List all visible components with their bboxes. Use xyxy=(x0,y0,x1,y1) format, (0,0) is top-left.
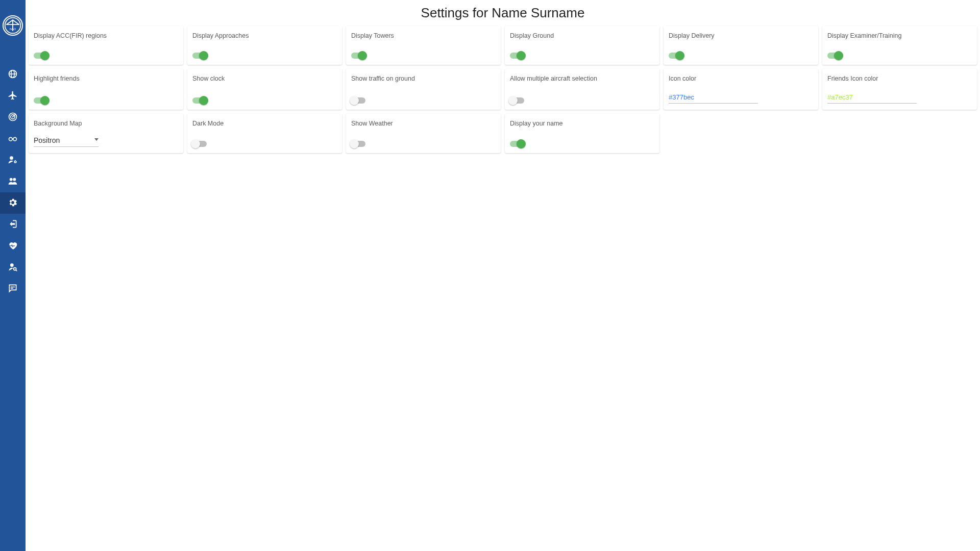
toggle-knob xyxy=(675,51,684,60)
toggle-ground[interactable] xyxy=(510,53,524,59)
radar-icon xyxy=(8,112,18,123)
friends-icon xyxy=(8,176,18,188)
search-user-icon xyxy=(8,262,18,273)
svg-point-9 xyxy=(10,178,13,181)
svg-point-5 xyxy=(9,137,13,141)
svg-point-11 xyxy=(10,263,14,267)
logout-icon xyxy=(8,219,18,231)
card-label: Highlight friends xyxy=(34,75,178,82)
select-value-text: Positron xyxy=(34,136,60,144)
card-label: Background Map xyxy=(34,120,178,127)
input-friend_col[interactable] xyxy=(827,91,917,104)
card-label: Display Ground xyxy=(510,32,654,39)
svg-point-12 xyxy=(14,267,16,270)
page-title: Settings for Name Surname xyxy=(29,5,977,21)
card-label: Show Weather xyxy=(351,120,496,127)
toggle-delivery[interactable] xyxy=(669,53,683,59)
toggle-weather[interactable] xyxy=(351,141,365,147)
nav-search-user[interactable] xyxy=(0,257,26,278)
nav-globe[interactable] xyxy=(0,64,26,85)
card-label: Display Towers xyxy=(351,32,496,39)
card-traffic: Show traffic on ground xyxy=(346,69,501,110)
toggle-multi_sel[interactable] xyxy=(510,97,524,104)
card-label: Dark Mode xyxy=(192,120,337,127)
svg-point-7 xyxy=(10,156,13,160)
main: Settings for Name Surname Display ACC(FI… xyxy=(26,0,980,551)
logo: IVAO xyxy=(3,15,23,36)
toggle-acc_fir[interactable] xyxy=(34,53,48,59)
card-ground: Display Ground xyxy=(505,26,659,65)
card-bg_map: Background MapPositron xyxy=(29,114,183,153)
glasses-icon xyxy=(8,133,18,145)
toggle-clock[interactable] xyxy=(192,97,207,104)
chevron-down-icon xyxy=(94,138,99,141)
card-label: Display ACC(FIR) regions xyxy=(34,32,178,39)
card-label: Allow multiple aircraft selection xyxy=(510,75,654,82)
card-label: Friends Icon color xyxy=(827,75,972,82)
nav-plane[interactable] xyxy=(0,85,26,107)
plane-icon xyxy=(8,90,18,102)
toggle-knob xyxy=(517,51,526,60)
nav-settings[interactable] xyxy=(0,192,26,214)
nav-chat[interactable] xyxy=(0,278,26,299)
toggle-knob xyxy=(199,96,208,105)
toggle-traffic[interactable] xyxy=(351,97,365,104)
nav-user-cog[interactable] xyxy=(0,149,26,171)
card-friend_col: Friends Icon color xyxy=(822,69,977,110)
card-label: Display your name xyxy=(510,120,654,127)
nav-friends[interactable] xyxy=(0,171,26,192)
toggle-appr[interactable] xyxy=(192,53,207,59)
toggle-knob xyxy=(834,51,843,60)
svg-point-10 xyxy=(13,178,16,181)
card-your_name: Display your name xyxy=(505,114,659,153)
user-cog-icon xyxy=(8,155,18,166)
nav-logout[interactable] xyxy=(0,214,26,235)
toggle-knob xyxy=(191,139,200,148)
card-clock: Show clock xyxy=(187,69,342,110)
toggle-dark[interactable] xyxy=(192,141,207,147)
card-label: Icon color xyxy=(669,75,813,82)
svg-point-6 xyxy=(13,137,17,141)
card-label: Display Delivery xyxy=(669,32,813,39)
card-weather: Show Weather xyxy=(346,114,501,153)
sidebar-nav xyxy=(0,64,26,299)
card-examiner: Display Examiner/Training xyxy=(822,26,977,65)
toggle-knob xyxy=(199,51,208,60)
card-acc_fir: Display ACC(FIR) regions xyxy=(29,26,183,65)
card-towers: Display Towers xyxy=(346,26,501,65)
toggle-knob xyxy=(350,96,359,105)
toggle-towers[interactable] xyxy=(351,53,365,59)
card-icon_color: Icon color xyxy=(664,69,818,110)
select-wrap-bg_map: Positron xyxy=(34,136,99,147)
toggle-hl_friends[interactable] xyxy=(34,97,48,104)
card-appr: Display Approaches xyxy=(187,26,342,65)
settings-grid: Display ACC(FIR) regionsDisplay Approach… xyxy=(29,26,977,153)
card-label: Show traffic on ground xyxy=(351,75,496,82)
globe-icon xyxy=(8,69,18,81)
toggle-knob xyxy=(350,139,359,148)
nav-health[interactable] xyxy=(0,235,26,257)
nav-radar[interactable] xyxy=(0,107,26,128)
card-label: Display Examiner/Training xyxy=(827,32,972,39)
nav-glasses[interactable] xyxy=(0,128,26,149)
settings-icon xyxy=(8,197,18,209)
chat-icon xyxy=(8,283,18,295)
toggle-knob xyxy=(358,51,367,60)
toggle-examiner[interactable] xyxy=(827,53,842,59)
toggle-your_name[interactable] xyxy=(510,141,524,147)
toggle-knob xyxy=(40,51,50,60)
card-hl_friends: Highlight friends xyxy=(29,69,183,110)
card-label: Show clock xyxy=(192,75,337,82)
select-bg_map[interactable]: Positron xyxy=(34,136,99,147)
toggle-knob xyxy=(508,96,518,105)
card-multi_sel: Allow multiple aircraft selection xyxy=(505,69,659,110)
toggle-knob xyxy=(40,96,50,105)
input-icon_color[interactable] xyxy=(669,91,758,104)
card-dark: Dark Mode xyxy=(187,114,342,153)
card-delivery: Display Delivery xyxy=(664,26,818,65)
sidebar: IVAO xyxy=(0,0,26,551)
card-label: Display Approaches xyxy=(192,32,337,39)
health-icon xyxy=(8,240,18,252)
toggle-knob xyxy=(517,139,526,148)
svg-text:IVAO: IVAO xyxy=(10,28,16,31)
